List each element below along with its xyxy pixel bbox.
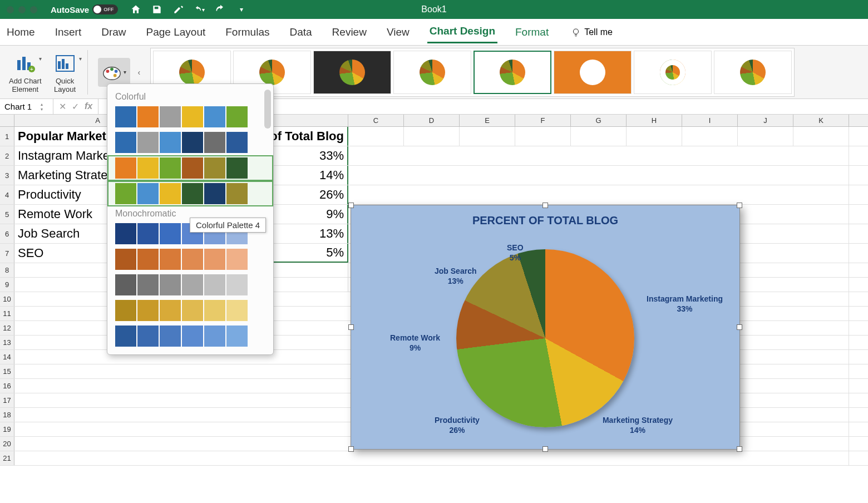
col-header-g[interactable]: G: [571, 115, 627, 126]
resize-handle[interactable]: [542, 446, 548, 452]
chart-styles-prev[interactable]: ‹: [137, 68, 142, 77]
quick-layout-button[interactable]: ▾ Quick Layout: [48, 49, 82, 96]
col-header-c[interactable]: C: [348, 115, 404, 126]
minimize-window-icon[interactable]: [18, 6, 26, 13]
row-header[interactable]: 11: [0, 307, 14, 320]
cell[interactable]: [515, 127, 571, 146]
tab-home[interactable]: Home: [4, 22, 37, 43]
name-box[interactable]: Chart 1 ▴▾: [0, 99, 53, 114]
col-header-e[interactable]: E: [460, 115, 515, 126]
row-header[interactable]: 16: [0, 379, 14, 393]
palette-tooltip: Colorful Palette 4: [190, 218, 266, 233]
resize-handle[interactable]: [348, 203, 354, 208]
row-header[interactable]: 13: [0, 336, 14, 349]
tab-formulas[interactable]: Formulas: [223, 22, 272, 43]
zoom-window-icon[interactable]: [30, 6, 37, 13]
resize-handle[interactable]: [737, 446, 742, 452]
pie-plot-area[interactable]: Instagram Marketing33% Marketing Strateg…: [351, 227, 739, 438]
cell[interactable]: [738, 127, 793, 146]
qat-more-icon[interactable]: ▾: [236, 4, 247, 15]
fx-icon[interactable]: fx: [85, 101, 92, 112]
enter-icon[interactable]: ✓: [72, 101, 79, 112]
palette-row[interactable]: [107, 155, 273, 181]
autosave-control[interactable]: AutoSave OFF: [51, 4, 118, 14]
cell[interactable]: [682, 127, 738, 146]
redo-icon[interactable]: [215, 4, 226, 15]
tab-draw[interactable]: Draw: [99, 22, 128, 43]
row-header[interactable]: 4: [0, 185, 14, 204]
row-header[interactable]: 10: [0, 292, 14, 306]
embedded-pie-chart[interactable]: PERCENT OF TOTAL BLOG Instagram Marketin…: [351, 205, 740, 450]
palette-row[interactable]: [107, 246, 273, 272]
row-header[interactable]: 19: [0, 422, 14, 436]
resize-handle[interactable]: [348, 446, 354, 452]
pie-slices[interactable]: [456, 249, 634, 427]
edit-icon[interactable]: [172, 4, 184, 15]
row-header[interactable]: 2: [0, 146, 14, 165]
col-header-j[interactable]: J: [738, 115, 793, 126]
cell[interactable]: [571, 127, 627, 146]
dropdown-scrollbar[interactable]: [264, 90, 271, 129]
palette-row[interactable]: [107, 130, 273, 155]
chart-style-7[interactable]: [634, 51, 712, 94]
undo-icon[interactable]: ▾: [194, 4, 205, 15]
row-header[interactable]: 21: [0, 451, 14, 465]
name-box-stepper[interactable]: ▴▾: [41, 102, 48, 112]
autosave-toggle[interactable]: OFF: [92, 4, 118, 14]
tab-data[interactable]: Data: [287, 22, 314, 43]
palette-row[interactable]: [107, 323, 273, 349]
save-icon[interactable]: [151, 4, 162, 15]
col-header-i[interactable]: I: [682, 115, 738, 126]
row-header[interactable]: 9: [0, 278, 14, 292]
chart-style-6[interactable]: [554, 51, 632, 94]
tab-review[interactable]: Review: [330, 22, 369, 43]
col-header-d[interactable]: D: [404, 115, 460, 126]
cell[interactable]: [627, 127, 682, 146]
chart-style-5[interactable]: [474, 51, 551, 94]
cell[interactable]: [348, 146, 849, 165]
cell[interactable]: [404, 127, 460, 146]
palette-row[interactable]: [107, 298, 273, 323]
cell[interactable]: [348, 166, 849, 185]
col-header-h[interactable]: H: [627, 115, 682, 126]
row-header[interactable]: 12: [0, 321, 14, 335]
tab-view[interactable]: View: [384, 22, 412, 43]
add-chart-element-button[interactable]: + ▾ Add Chart Element: [4, 49, 46, 96]
row-header[interactable]: 17: [0, 393, 14, 407]
select-all-corner[interactable]: [0, 115, 14, 126]
chart-title[interactable]: PERCENT OF TOTAL BLOG: [351, 205, 739, 227]
row-header[interactable]: 20: [0, 437, 14, 451]
palette-row[interactable]: [107, 272, 273, 298]
row-header[interactable]: 6: [0, 224, 14, 243]
row-header[interactable]: 5: [0, 205, 14, 224]
cell[interactable]: [14, 451, 849, 465]
cell[interactable]: [348, 127, 404, 146]
cell[interactable]: [793, 127, 849, 146]
cancel-icon[interactable]: ✕: [59, 101, 66, 112]
tab-insert[interactable]: Insert: [53, 22, 84, 43]
row-header[interactable]: 7: [0, 244, 14, 263]
row-header[interactable]: 15: [0, 364, 14, 378]
cell[interactable]: [348, 185, 849, 204]
row-header[interactable]: 18: [0, 408, 14, 422]
row-header[interactable]: 8: [0, 263, 14, 277]
tab-chart-design[interactable]: Chart Design: [427, 21, 497, 43]
close-window-icon[interactable]: [7, 6, 14, 13]
row-header[interactable]: 14: [0, 350, 14, 364]
palette-row[interactable]: [107, 181, 273, 206]
row-header[interactable]: 3: [0, 166, 14, 185]
col-header-k[interactable]: K: [793, 115, 849, 126]
tab-format[interactable]: Format: [513, 22, 551, 43]
palette-row[interactable]: [107, 104, 273, 130]
row-header[interactable]: 1: [0, 127, 14, 146]
resize-handle[interactable]: [737, 203, 742, 208]
resize-handle[interactable]: [542, 203, 548, 208]
col-header-f[interactable]: F: [515, 115, 571, 126]
cell[interactable]: [460, 127, 515, 146]
chart-style-4[interactable]: [393, 51, 471, 94]
tab-page-layout[interactable]: Page Layout: [144, 22, 208, 43]
tell-me-search[interactable]: Tell me: [571, 27, 613, 37]
chart-style-8[interactable]: [714, 51, 792, 94]
home-icon[interactable]: [130, 4, 141, 15]
chart-style-3[interactable]: [313, 51, 391, 94]
